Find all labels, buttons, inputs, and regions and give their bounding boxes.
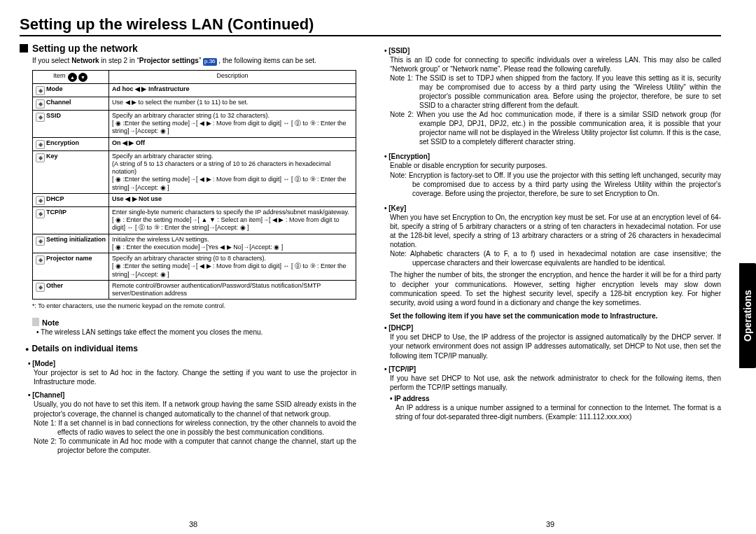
table-row: ◆DHCPUse ◀ ▶ Not use [33,193,356,206]
setting-icon: ◆ [36,237,45,246]
right-column: [SSID] This is an ID code for connecting… [384,42,721,519]
table-item-label: DHCP [46,195,64,202]
table-row: ◆KeySpecify an arbitrary character strin… [33,150,356,193]
table-item-label: Encryption [46,139,79,146]
two-column-layout: Setting up the network If you select Net… [20,42,721,519]
setting-icon: ◆ [36,196,45,205]
table-row: ◆ModeAd hoc ◀ ▶ Infrastructure [33,83,356,97]
table-desc-cell: On ◀ ▶ Off [109,137,356,150]
footnote: *: To enter characters, use the numeric … [32,302,356,311]
table-row: ◆ChannelUse ◀ ▶ to select the number (1 … [33,97,356,110]
table-desc-cell: Ad hoc ◀ ▶ Infrastructure [109,83,356,97]
tcpip-body: If you have set DHCP to Not use, ask the… [390,374,721,392]
table-item-cell: ◆Setting initialization [33,234,109,253]
section-tab: Operations [739,263,756,368]
table-item-label: TCP/IP [46,209,66,216]
encryption-body: Enable or disable encryption for securit… [390,161,721,170]
setting-icon: ◆ [36,153,45,162]
channel-heading: [Channel] [28,391,356,400]
channel-note1: Note 1: If a set channel is in bad conne… [34,419,356,437]
dhcp-body: If you set DHCP to Use, the IP address o… [390,332,721,360]
table-item-label: Channel [46,99,71,106]
table-row: ◆Setting initializationInitialize the wi… [33,234,356,253]
subhead-text: Setting up the network [32,43,138,54]
table-item-cell: ◆Mode [33,83,109,97]
setting-icon: ◆ [36,86,45,95]
ssid-note2: Note 2: When you use the Ad hoc communic… [390,110,721,146]
encryption-note: Note: Encryption is factory-set to Off. … [390,171,721,198]
table-item-cell: ◆Projector name [33,253,109,281]
table-desc-cell: Initialize the wireless LAN settings. [ … [109,234,356,253]
mode-body: Your projector is set to Ad hoc in the f… [34,368,356,386]
table-desc-cell: Specify an arbitrary character string. (… [109,150,356,193]
table-item-cell: ◆TCP/IP [33,206,109,234]
key-note: Note: Alphabetic characters (A to F, a t… [390,249,721,267]
table-desc-cell: Use ◀ ▶ Not use [109,193,356,206]
table-item-label: Setting initialization [46,236,106,243]
ssid-body: This is an ID code for connecting to spe… [390,55,721,73]
table-desc-cell: Specify an arbitrary character string (1… [109,110,356,137]
table-row: ◆SSIDSpecify an arbitrary character stri… [33,110,356,137]
table-desc-cell: Use ◀ ▶ to select the number (1 to 11) t… [109,97,356,110]
ssid-note1: Note 1: The SSID is set to TDPJ when shi… [390,73,721,110]
channel-note2: Note 2: To communicate in Ad hoc mode wi… [34,437,356,455]
down-icon: ▼ [78,73,88,82]
encryption-heading: [Encryption] [384,152,721,161]
dhcp-heading: [DHCP] [384,323,721,332]
table-item-label: SSID [46,112,61,119]
note-icon [32,318,39,326]
setting-icon: ◆ [36,283,45,292]
table-item-cell: ◆Channel [33,97,109,110]
page-sheet: Setting up the wireless LAN (Continued) … [0,0,756,534]
note-heading: Note [32,318,356,328]
table-item-label: Projector name [46,255,92,262]
table-header-desc: Description [109,70,356,83]
table-item-label: Mode [46,85,63,92]
key-paragraph: The higher the number of bits, the stron… [390,270,721,307]
ip-heading: IP address [390,394,721,403]
table-item-label: Other [46,282,63,289]
table-row: ◆OtherRemote control/Browser authenticat… [33,280,356,300]
tcpip-heading: [TCP/IP] [384,365,721,374]
table-item-cell: ◆Encryption [33,137,109,150]
setting-icon: ◆ [36,140,45,149]
ssid-heading: [SSID] [384,46,721,55]
table-item-cell: ◆Key [33,150,109,193]
table-row: ◆TCP/IPEnter single-byte numeric charact… [33,206,356,234]
table-desc-cell: Specify an arbitrary character string (0… [109,253,356,281]
table-row: ◆EncryptionOn ◀ ▶ Off [33,137,356,150]
table-desc-cell: Enter single-byte numeric characters to … [109,206,356,234]
up-icon: ▲ [68,73,77,82]
ip-body: An IP address is a unique number assigne… [396,403,721,421]
page-number-left: 38 [189,520,197,528]
setting-icon: ◆ [36,99,45,108]
intro-text: If you select Network in step 2 in “Proj… [32,56,356,66]
table-item-cell: ◆Other [33,280,109,300]
infrastructure-line: Set the following item if you have set t… [390,311,721,321]
table-row: ◆Projector nameSpecify an arbitrary char… [33,253,356,281]
table-desc-cell: Remote control/Browser authentication/Pa… [109,280,356,300]
left-column: Setting up the network If you select Net… [20,42,356,519]
setting-icon: ◆ [36,255,45,265]
key-heading: [Key] [384,204,721,213]
setting-icon: ◆ [36,209,45,218]
page-reference-icon: p.36 [203,58,217,66]
network-subhead: Setting up the network [20,42,356,55]
settings-table: Item ▲▼ Description ◆ModeAd hoc ◀ ▶ Infr… [32,70,356,300]
page-title: Setting up the wireless LAN (Continued) [20,15,721,36]
note-body: • The wireless LAN settings take effect … [36,328,356,337]
settings-table-wrap: Item ▲▼ Description ◆ModeAd hoc ◀ ▶ Infr… [32,70,356,300]
mode-heading: [Mode] [28,359,356,368]
table-item-label: Key [46,153,58,160]
page-number-right: 39 [546,520,554,528]
table-item-cell: ◆DHCP [33,193,109,206]
setting-icon: ◆ [36,113,45,122]
details-heading: Details on individual items [25,344,356,355]
key-body: When you have set Encryption to On, the … [390,213,721,250]
square-bullet-icon [20,44,28,52]
table-header-item: Item ▲▼ [33,70,109,83]
table-item-cell: ◆SSID [33,110,109,137]
channel-body: Usually, you do not have to set this ite… [34,400,356,418]
